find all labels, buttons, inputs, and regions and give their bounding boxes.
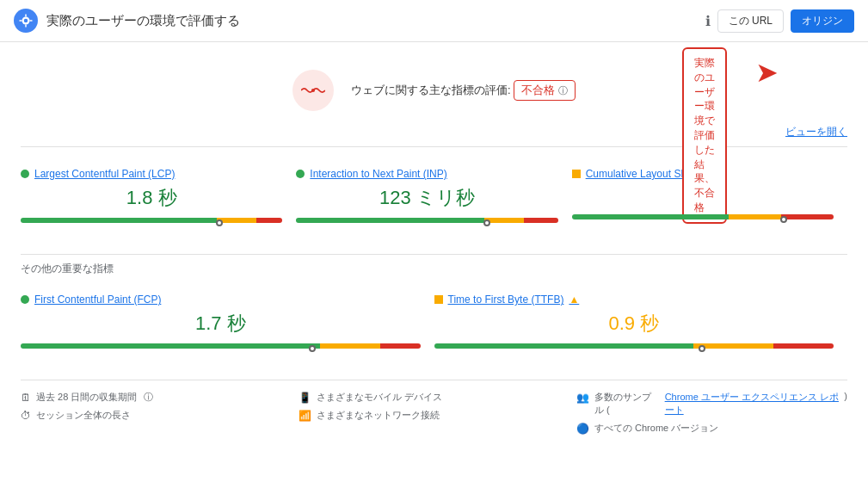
fail-badge: 不合格 ⓘ	[514, 80, 576, 101]
app-icon	[14, 9, 38, 33]
ttfb-dot	[434, 295, 443, 304]
info-icon[interactable]: ℹ	[705, 13, 711, 29]
cls-bar	[572, 214, 834, 219]
eval-label: ウェブに関する主な指標の評価:	[351, 83, 511, 96]
main-content: ウェブに関する主な指標の評価: 不合格 ⓘ ➤ 実際のユーザー環境で評価した結果…	[0, 42, 868, 454]
footer-network: 📶 さまざまなネットワーク接続	[299, 409, 569, 422]
other-section-label: その他の重要な指標	[21, 262, 847, 276]
inp-label[interactable]: Interaction to Next Paint (INP)	[296, 168, 557, 180]
fcp-bar	[21, 343, 421, 349]
inp-indicator	[483, 219, 490, 226]
footer-devices: 📱 さまざまなモバイル デバイス	[299, 391, 569, 404]
lcp-bar	[21, 218, 282, 223]
ttfb-label[interactable]: Time to First Byte (TTFB) ▲	[434, 294, 834, 306]
mobile-icon: 📱	[299, 392, 311, 404]
ttfb-value: 0.9 秒	[434, 311, 834, 337]
chrome-icon: 🔵	[576, 423, 589, 435]
footer-collection-period: 🗓 過去 28 日間の収集期間 ⓘ	[21, 391, 292, 404]
cls-dot	[572, 170, 581, 178]
svg-point-2	[24, 19, 28, 23]
callout-box: 実際のユーザー環境で評価した結果、不合格	[682, 47, 727, 224]
url-button[interactable]: この URL	[717, 9, 784, 33]
metric-inp: Interaction to Next Paint (INP) 123 ミリ秒	[296, 161, 571, 240]
footer-chrome-versions: 🔵 すべての Chrome バージョン	[576, 422, 847, 435]
footer-session-length: ⏱ セッション全体の長さ	[21, 409, 292, 422]
fcp-indicator	[309, 345, 316, 352]
footer-col2: 📱 さまざまなモバイル デバイス 📶 さまざまなネットワーク接続	[299, 391, 569, 440]
ttfb-indicator	[699, 345, 705, 352]
fcp-value: 1.7 秒	[21, 311, 421, 337]
badge-info-icon: ⓘ	[558, 84, 568, 97]
eval-text: ウェブに関する主な指標の評価: 不合格 ⓘ	[351, 80, 576, 101]
footer-col1: 🗓 過去 28 日間の収集期間 ⓘ ⏱ セッション全体の長さ	[21, 391, 292, 440]
inp-value: 123 ミリ秒	[296, 185, 557, 211]
eval-section: ウェブに関する主な指標の評価: 不合格 ⓘ ➤ 実際のユーザー環境で評価した結果…	[21, 56, 847, 125]
header: 実際のユーザーの環境で評価する ℹ この URL オリジン	[0, 0, 868, 42]
fcp-dot	[21, 295, 29, 304]
svg-point-7	[311, 89, 315, 92]
chrome-ux-report-link[interactable]: Chrome ユーザー エクスペリエンス レポート	[665, 391, 840, 417]
lcp-value: 1.8 秒	[21, 185, 282, 211]
network-icon: 📶	[299, 410, 311, 422]
metric-fcp: First Contentful Paint (FCP) 1.7 秒	[21, 287, 434, 366]
metric-lcp: Largest Contentful Paint (LCP) 1.8 秒	[21, 161, 296, 240]
other-metrics-grid: First Contentful Paint (FCP) 1.7 秒 Time …	[21, 287, 847, 366]
lcp-label[interactable]: Largest Contentful Paint (LCP)	[21, 168, 282, 180]
eval-icon	[292, 70, 334, 111]
callout-arrow-icon: ➤	[755, 56, 779, 89]
footer-chrome-report: 👥 多数のサンプル ( Chrome ユーザー エクスペリエンス レポート )	[576, 391, 847, 417]
clock-icon: ⏱	[21, 410, 31, 422]
users-icon: 👥	[576, 392, 589, 404]
callout-container: ➤ 実際のユーザー環境で評価した結果、不合格	[755, 47, 779, 89]
section-divider	[21, 254, 847, 255]
calendar-icon: 🗓	[21, 392, 31, 404]
fcp-label[interactable]: First Contentful Paint (FCP)	[21, 294, 421, 306]
lcp-indicator	[216, 219, 223, 226]
period-info-icon: ⓘ	[144, 391, 153, 404]
header-right: ℹ この URL オリジン	[705, 9, 854, 33]
ttfb-bar	[434, 343, 834, 349]
page-title: 実際のユーザーの環境で評価する	[46, 13, 240, 29]
header-left: 実際のユーザーの環境で評価する	[14, 9, 240, 33]
footer-section: 🗓 過去 28 日間の収集期間 ⓘ ⏱ セッション全体の長さ 📱 さまざまなモバ…	[21, 380, 847, 440]
inp-bar	[296, 218, 557, 223]
ttfb-warning-icon: ▲	[569, 294, 579, 306]
cls-indicator	[780, 216, 787, 223]
inp-dot	[296, 170, 305, 178]
origin-button[interactable]: オリジン	[791, 9, 854, 33]
metric-ttfb: Time to First Byte (TTFB) ▲ 0.9 秒	[434, 287, 848, 366]
footer-col3: 👥 多数のサンプル ( Chrome ユーザー エクスペリエンス レポート ) …	[576, 391, 847, 440]
lcp-dot	[21, 170, 29, 178]
